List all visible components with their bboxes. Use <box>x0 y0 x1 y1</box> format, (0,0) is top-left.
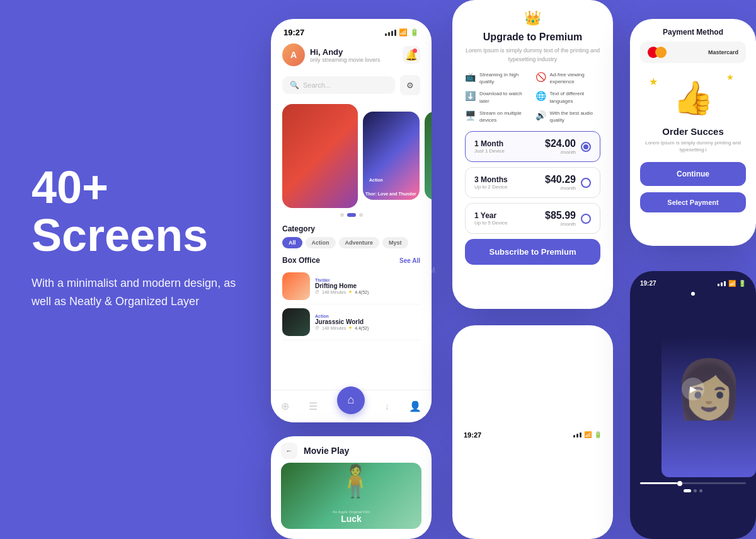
order-success-sub: Lorem Ipsum is simply dummy printing and… <box>630 137 756 156</box>
phone-premium: 👑 Upgrade to Premium Lorem Ipsum is simp… <box>452 0 613 309</box>
filter-button[interactable]: ⚙ <box>400 75 420 95</box>
chip-myst[interactable]: Myst <box>382 237 408 248</box>
plan-1month-name: 1 Month <box>474 139 505 148</box>
search-box[interactable]: 🔍 Search... <box>282 76 395 94</box>
nav-bookmark-icon[interactable]: ☰ <box>309 400 318 412</box>
box-meta-1: ⏱148 Minutes ★4.4(52) <box>315 289 420 294</box>
feature-icon-1: 📺 <box>465 72 476 82</box>
poster-title: Luck <box>333 514 370 524</box>
mastercard-logo <box>648 47 667 58</box>
search-placeholder: Search... <box>303 81 331 89</box>
category-chips: All Action Adventure Myst <box>271 237 432 253</box>
status-bar: 19:27 📶 🔋 <box>271 19 432 41</box>
payment-chip[interactable]: Mastercard <box>640 42 746 63</box>
thumbs-up-icon: 👍 <box>673 79 714 117</box>
box-office-list: Thriller Drifting Home ⏱148 Minutes ★4.4… <box>271 269 432 340</box>
upgrade-subtitle: Lorem Ipsum is simply dummy text of the … <box>465 47 600 64</box>
feature-text-3: Download to watch later <box>479 90 530 104</box>
notification-bell[interactable]: 🔔 <box>403 46 420 64</box>
plan-1year-radio[interactable] <box>581 214 591 224</box>
video-time: 19:27 <box>640 280 656 287</box>
box-office-label: Box Office <box>282 256 320 265</box>
explore-time: 19:27 <box>464 431 481 439</box>
wifi-icon: 📶 <box>399 28 408 37</box>
order-success-title: Order Succes <box>630 126 756 137</box>
explore-battery-icon: 🔋 <box>594 431 602 438</box>
payment-method-header: Payment Method <box>630 19 756 42</box>
movie-card-2[interactable]: Action Thor: Love and Thunder <box>363 112 420 200</box>
nav-home-button[interactable]: ⌂ <box>337 386 365 414</box>
box-title-1: Drifting Home <box>315 282 420 289</box>
plan-3months-info: 3 Months Up to 2 Device <box>474 175 508 190</box>
continue-button[interactable]: Continue <box>640 162 746 186</box>
movie-play-header: ← Movie Play <box>271 436 432 463</box>
plan-1month-radio[interactable] <box>581 142 591 152</box>
plan-1year-info: 1 Year Up to 5 Device <box>474 211 507 226</box>
mc-circle-orange <box>655 47 667 58</box>
success-illustration: ★ ★ 👍 <box>630 69 756 126</box>
feature-text-5: Stream on multiple devices <box>479 110 530 124</box>
box-office-header: Box Office See All <box>271 253 432 269</box>
box-thumb-2 <box>282 308 310 336</box>
dot-3 <box>359 213 363 217</box>
nav-profile-icon[interactable]: 👤 <box>409 400 421 412</box>
phone-home: 19:27 📶 🔋 A Hi, Andy only streaming movi… <box>271 19 432 422</box>
box-item-1[interactable]: Thriller Drifting Home ⏱148 Minutes ★4.4… <box>282 269 420 304</box>
box-item-2[interactable]: Action Jurasssic World ⏱148 Minutes ★4.4… <box>282 304 420 340</box>
feature-2: 🚫 Ad-free viewing experience <box>536 71 601 85</box>
feature-icon-5: 🖥️ <box>465 110 476 120</box>
feature-text-4: Text of different languages <box>550 90 601 104</box>
headline: 40+Screens <box>32 164 258 259</box>
user-info: A Hi, Andy only streaming movie lovers <box>282 43 381 66</box>
feature-5: 🖥️ Stream on multiple devices <box>465 110 530 124</box>
plan-1year[interactable]: 1 Year Up to 5 Device $85.99 /month <box>465 203 600 234</box>
plan-3months[interactable]: 3 Months Up to 2 Device $40.29 /month <box>465 167 600 198</box>
avatar: A <box>282 43 305 66</box>
chip-all[interactable]: All <box>282 237 302 248</box>
plan-3months-radio[interactable] <box>581 178 591 188</box>
subtext: With a minimalist and modern design, as … <box>32 274 258 311</box>
see-all-link[interactable]: See All <box>399 257 420 264</box>
plan-3months-name: 3 Months <box>474 175 508 184</box>
plan-1year-price-wrap: $85.99 /month <box>545 210 591 227</box>
search-row: 🔍 Search... ⚙ <box>271 71 432 99</box>
luck-figure: 🧍 <box>336 463 375 499</box>
star-deco-1: ★ <box>649 76 658 88</box>
plan-1year-sub: Up to 5 Device <box>474 220 507 226</box>
progress-dot <box>677 481 682 486</box>
explore-signal <box>573 432 581 438</box>
back-button[interactable]: ← <box>281 443 297 459</box>
nav-download-icon[interactable]: ↓ <box>384 401 389 412</box>
feature-1: 📺 Streaming in high quality <box>465 71 530 85</box>
feature-4: 🌐 Text of different languages <box>536 90 601 104</box>
box-info-1: Thriller Drifting Home ⏱148 Minutes ★4.4… <box>315 278 420 294</box>
subscribe-button[interactable]: Subscribe to Premium <box>465 239 600 265</box>
nav-search-icon[interactable]: ⊕ <box>281 400 289 412</box>
premium-content: 👑 Upgrade to Premium Lorem Ipsum is simp… <box>452 0 613 275</box>
chip-adventure[interactable]: Adventure <box>339 237 380 248</box>
upgrade-title: Upgrade to Premium <box>465 32 600 43</box>
signal-icon <box>385 30 396 36</box>
plan-1year-per: /month <box>545 221 576 227</box>
movie-card-1[interactable] <box>282 104 358 208</box>
video-figure: 👩 ▶ <box>630 301 756 477</box>
progress-bar[interactable] <box>640 482 746 484</box>
user-name: Hi, Andy <box>310 47 381 57</box>
video-status-bar: 19:27 📶 🔋 <box>630 271 756 292</box>
chip-action[interactable]: Action <box>306 237 336 248</box>
plan-1month-price-wrap: $24.00 /month <box>545 138 591 155</box>
plan-1month-price: $24.00 <box>545 138 576 149</box>
carousel-dots <box>271 208 432 222</box>
movie-card-3[interactable] <box>425 112 432 200</box>
dot-1 <box>340 213 344 217</box>
play-button[interactable]: ▶ <box>682 378 704 400</box>
plan-1month[interactable]: 1 Month Just 1 Device $24.00 /month <box>465 131 600 162</box>
video-battery-icon: 🔋 <box>738 280 746 287</box>
box-tag-1: Thriller <box>315 278 420 282</box>
box-duration-1: 148 Minutes <box>322 290 346 294</box>
plan-1month-info: 1 Month Just 1 Device <box>474 139 505 154</box>
select-payment-button[interactable]: Select Payment <box>640 192 746 212</box>
movie-carousel: Action Thor: Love and Thunder <box>271 99 432 208</box>
video-wifi-icon: 📶 <box>728 280 736 287</box>
star-deco-2: ★ <box>726 72 734 82</box>
